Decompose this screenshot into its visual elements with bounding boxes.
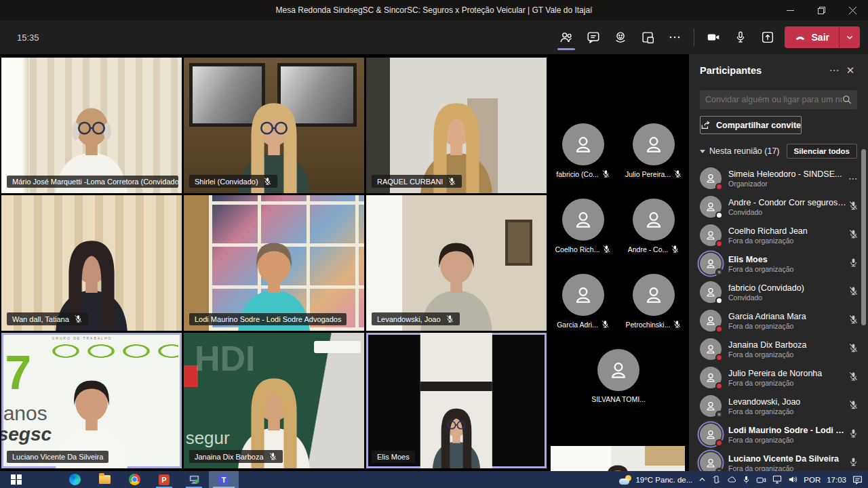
panel-close-button[interactable]: ✕ xyxy=(842,64,859,77)
row-more-icon[interactable]: ⋯ xyxy=(848,173,858,184)
close-button[interactable] xyxy=(837,0,868,20)
panel-more-button[interactable]: ⋯ xyxy=(826,64,842,77)
video-tile[interactable]: Lodi Maurino Sodre - Lodi Sodre Advogado… xyxy=(184,195,364,331)
video-tile[interactable]: 7anossegscGRUPO DE TRABALHO Luciano Vice… xyxy=(1,333,182,468)
participant-role: Fora da organização xyxy=(728,379,846,387)
participant-row[interactable]: Coelho Richard Jean Fora da organização xyxy=(689,221,868,249)
video-tile[interactable]: Mário José Marquetti -Loma Corretora (Co… xyxy=(1,58,182,193)
start-button[interactable] xyxy=(0,471,33,488)
audio-participant[interactable]: Julio Pereira... xyxy=(624,123,684,178)
participant-row[interactable]: Andre - Condor Corr seguros ... Convidad… xyxy=(689,192,868,221)
ellipsis-icon xyxy=(667,30,682,45)
participant-name: Janaina Dix Barboza xyxy=(728,340,846,350)
participant-name: Levandowski, Joao xyxy=(728,397,846,407)
taskbar-edge[interactable] xyxy=(60,471,90,488)
action-center-icon[interactable] xyxy=(852,475,863,485)
share-invite-icon xyxy=(701,120,711,130)
language-indicator[interactable]: POR xyxy=(804,476,821,484)
presence-dot xyxy=(715,211,723,219)
person-placeholder-icon xyxy=(704,399,717,413)
video-tile[interactable]: Shirlei (Convidado) xyxy=(184,58,364,193)
tile-name-label: Mário José Marquetti -Loma Corretora (Co… xyxy=(7,176,178,188)
audio-participant[interactable]: Andre - Co... xyxy=(624,199,684,253)
phone-link-icon[interactable] xyxy=(712,475,721,484)
avatar xyxy=(562,274,604,316)
more-options-button[interactable] xyxy=(661,24,688,51)
video-tile[interactable]: Wan dall, Tatiana xyxy=(1,195,182,331)
participant-role: Convidado xyxy=(728,293,846,302)
participant-name: Garcia Adriana Mara xyxy=(728,312,846,321)
participant-row[interactable]: Garcia Adriana Mara Fora da organização xyxy=(689,306,868,335)
participant-row[interactable]: Julio Pereira de Noronha Fora da organiz… xyxy=(689,363,868,392)
taskbar-file-explorer[interactable] xyxy=(90,471,119,488)
participant-row[interactable]: Elis Moes Fora da organização xyxy=(689,249,868,278)
invite-search-input[interactable] xyxy=(705,95,842,104)
participant-role: Organizador xyxy=(728,180,846,188)
audio-participant[interactable]: fabricio (Co... xyxy=(553,123,613,178)
title-bar: Mesa Redonda SindsegSC & SincorSC: Segur… xyxy=(0,0,868,20)
audio-participant[interactable]: Petrochinski... xyxy=(624,274,684,329)
leave-button[interactable]: Sair xyxy=(785,26,860,48)
share-invite-button[interactable]: Compartilhar convite xyxy=(700,116,802,134)
participant-row[interactable]: Lodi Maurino Sodre - Lodi S... Fora da o… xyxy=(689,420,868,449)
tray-expand-icon[interactable] xyxy=(698,476,706,483)
mic-muted-icon xyxy=(448,177,456,186)
participant-row[interactable]: fabricio (Convidado) Convidado xyxy=(689,278,868,306)
video-tile[interactable]: HDIsegur Janaina Dix Barboza xyxy=(184,333,364,468)
taskbar-teams[interactable]: T xyxy=(209,471,239,488)
presence-dot xyxy=(715,325,723,333)
participants-button[interactable] xyxy=(553,24,580,51)
person-placeholder-icon xyxy=(642,207,666,232)
mic-muted-icon xyxy=(601,320,610,329)
mic-tray-icon[interactable] xyxy=(743,475,750,484)
audio-participant-name: Garcia Adri... xyxy=(557,321,598,329)
audio-participant[interactable]: SILVANA TOMI... xyxy=(548,349,689,403)
windows-logo-icon xyxy=(11,474,22,485)
leave-options-chevron[interactable] xyxy=(840,26,860,48)
person-placeholder-icon xyxy=(704,200,717,214)
mute-all-button[interactable]: Silenciar todos xyxy=(787,144,857,159)
window-title: Mesa Redonda SindsegSC & SincorSC: Segur… xyxy=(0,5,868,15)
mic-icon xyxy=(733,30,748,45)
person-placeholder-icon xyxy=(704,342,717,356)
in-meeting-section[interactable]: Nesta reunião (17) xyxy=(700,146,787,156)
camera-button[interactable] xyxy=(700,24,727,51)
chat-button[interactable] xyxy=(580,24,607,51)
participant-row[interactable]: Levandowski, Joao Fora da organização xyxy=(689,392,868,420)
video-tile[interactable]: Levandowski, Joao xyxy=(366,195,547,331)
share-screen-button[interactable] xyxy=(754,24,781,51)
video-tile[interactable]: Elis Moes xyxy=(366,333,547,468)
maximize-button[interactable] xyxy=(806,0,837,20)
audio-participant[interactable]: Garcia Adri... xyxy=(553,274,613,329)
people-icon xyxy=(559,30,574,45)
leave-button-label: Sair xyxy=(812,32,829,43)
participant-row[interactable]: Luciano Vicente Da Silveira Fora da orga… xyxy=(689,449,868,471)
video-tile[interactable]: RAQUEL CURBANI xyxy=(366,58,547,193)
camera-tray-icon[interactable] xyxy=(756,476,766,484)
avatar xyxy=(562,123,604,165)
audio-participant[interactable]: Coelho Rich... xyxy=(553,199,613,253)
mic-muted-icon xyxy=(263,177,272,186)
section-chevron-icon xyxy=(700,150,705,153)
taskbar-chrome[interactable] xyxy=(119,471,149,488)
participant-name: Elis Moes xyxy=(728,255,846,264)
microphone-button[interactable] xyxy=(727,24,754,51)
panel-scrollbar[interactable] xyxy=(861,149,866,325)
invite-search-box[interactable] xyxy=(700,90,857,109)
taskbar-system-app[interactable] xyxy=(179,471,209,488)
minimize-button[interactable] xyxy=(774,0,806,20)
taskbar-weather[interactable]: 19°C Panc. de... xyxy=(619,475,692,485)
meeting-toolbar: 15:35 xyxy=(0,20,868,54)
clock[interactable]: 17:03 xyxy=(827,476,846,484)
onedrive-icon[interactable] xyxy=(727,475,736,484)
breakout-rooms-button[interactable] xyxy=(634,24,661,51)
volume-icon[interactable] xyxy=(788,475,797,484)
participant-row[interactable]: Janaina Dix Barboza Fora da organização xyxy=(689,335,868,363)
display-tray-icon[interactable] xyxy=(772,475,782,484)
person-figure xyxy=(420,387,492,468)
taskbar-powerpoint[interactable]: P xyxy=(149,471,179,488)
participant-row[interactable]: Simeia Heleodoro - SINDSE... Organizador… xyxy=(689,164,868,192)
reactions-button[interactable] xyxy=(607,24,634,51)
mic-on-icon xyxy=(848,457,859,467)
participant-role: Fora da organização xyxy=(728,350,846,359)
